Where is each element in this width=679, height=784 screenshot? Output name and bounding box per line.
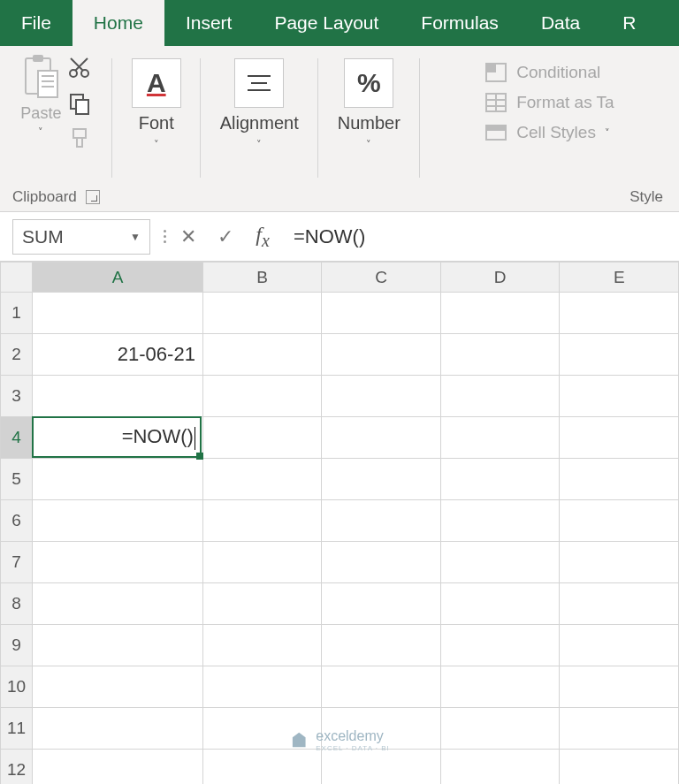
clipboard-dialog-launcher[interactable] — [86, 190, 100, 204]
cell-e2[interactable] — [560, 334, 679, 376]
row-header-6[interactable]: 6 — [1, 500, 33, 542]
row-header-2[interactable]: 2 — [1, 334, 33, 376]
cell-b12[interactable] — [202, 750, 322, 785]
column-header-a[interactable]: A — [33, 263, 203, 293]
cell-b6[interactable] — [202, 500, 322, 542]
cell-b8[interactable] — [202, 583, 322, 625]
row-header-1[interactable]: 1 — [1, 293, 33, 334]
cell-d5[interactable] — [440, 459, 560, 500]
cell-c8[interactable] — [322, 583, 441, 625]
cell-d4[interactable] — [440, 417, 560, 459]
cell-e10[interactable] — [560, 666, 679, 708]
cell-d11[interactable] — [440, 708, 560, 750]
cell-c7[interactable] — [322, 542, 441, 583]
column-header-b[interactable]: B — [202, 263, 322, 293]
cell-a7[interactable] — [33, 542, 203, 583]
row-header-10[interactable]: 10 — [1, 666, 33, 708]
row-header-7[interactable]: 7 — [1, 542, 33, 583]
cut-button[interactable] — [68, 57, 91, 83]
cell-c12[interactable] — [322, 750, 441, 785]
column-header-c[interactable]: C — [322, 263, 441, 293]
cell-a5[interactable] — [33, 459, 203, 500]
tab-home[interactable]: Home — [72, 0, 164, 46]
row-header-8[interactable]: 8 — [1, 583, 33, 625]
cell-d6[interactable] — [440, 500, 560, 542]
cell-e9[interactable] — [560, 625, 679, 666]
cell-c10[interactable] — [322, 666, 441, 708]
tab-page-layout[interactable]: Page Layout — [253, 0, 400, 46]
cell-b1[interactable] — [202, 293, 322, 334]
cell-e11[interactable] — [560, 708, 679, 750]
cell-b9[interactable] — [202, 625, 322, 666]
format-as-table-button[interactable]: Format as Ta — [484, 92, 614, 113]
cell-e12[interactable] — [560, 750, 679, 785]
cell-d8[interactable] — [440, 583, 560, 625]
cell-d1[interactable] — [440, 293, 560, 334]
cell-a4[interactable]: =NOW() — [33, 417, 203, 459]
insert-function-button[interactable]: fx — [244, 219, 281, 255]
paste-button[interactable]: Paste ˅ — [20, 53, 61, 138]
cell-d12[interactable] — [440, 750, 560, 785]
cell-b10[interactable] — [202, 666, 322, 708]
cell-d7[interactable] — [440, 542, 560, 583]
select-all-corner[interactable] — [1, 263, 33, 293]
cell-a11[interactable] — [33, 708, 203, 750]
cell-c5[interactable] — [322, 459, 441, 500]
cell-e5[interactable] — [560, 459, 679, 500]
tab-review[interactable]: R — [601, 0, 657, 46]
cell-b2[interactable] — [202, 334, 322, 376]
cell-a12[interactable] — [33, 750, 203, 785]
tab-data[interactable]: Data — [520, 0, 601, 46]
cell-d2[interactable] — [440, 334, 560, 376]
cell-d3[interactable] — [440, 376, 560, 417]
column-header-e[interactable]: E — [560, 263, 679, 293]
row-header-5[interactable]: 5 — [1, 459, 33, 500]
cell-e6[interactable] — [560, 500, 679, 542]
name-box-dropdown-icon[interactable]: ▼ — [130, 231, 141, 243]
cell-e4[interactable] — [560, 417, 679, 459]
cell-e1[interactable] — [560, 293, 679, 334]
tab-formulas[interactable]: Formulas — [400, 0, 520, 46]
tab-insert[interactable]: Insert — [164, 0, 254, 46]
cancel-formula-button[interactable]: ✕ — [170, 219, 207, 255]
cell-e7[interactable] — [560, 542, 679, 583]
copy-button[interactable] — [68, 92, 91, 118]
cell-a1[interactable] — [33, 293, 203, 334]
formula-bar-input[interactable]: =NOW() — [281, 225, 679, 248]
row-header-3[interactable]: 3 — [1, 376, 33, 417]
cell-e3[interactable] — [560, 376, 679, 417]
cell-d10[interactable] — [440, 666, 560, 708]
cell-e8[interactable] — [560, 583, 679, 625]
cell-b7[interactable] — [202, 542, 322, 583]
format-painter-button[interactable] — [68, 127, 91, 154]
cell-a2[interactable]: 21-06-21 — [33, 334, 203, 376]
font-button[interactable]: A Font ˅ — [125, 53, 188, 156]
cell-a8[interactable] — [33, 583, 203, 625]
row-header-9[interactable]: 9 — [1, 625, 33, 666]
cell-b3[interactable] — [202, 376, 322, 417]
conditional-formatting-button[interactable]: Conditional — [484, 62, 614, 83]
cell-styles-button[interactable]: Cell Styles ˅ — [484, 122, 614, 143]
alignment-button[interactable]: Alignment ˅ — [213, 53, 306, 156]
cell-c1[interactable] — [322, 293, 441, 334]
enter-formula-button[interactable]: ✓ — [207, 219, 244, 255]
number-button[interactable]: % Number ˅ — [331, 53, 408, 156]
tab-file[interactable]: File — [0, 0, 72, 46]
cell-b4[interactable] — [202, 417, 322, 459]
column-header-d[interactable]: D — [440, 263, 560, 293]
cell-c6[interactable] — [322, 500, 441, 542]
name-box[interactable]: SUM ▼ — [12, 219, 150, 255]
row-header-12[interactable]: 12 — [1, 750, 33, 785]
row-header-4[interactable]: 4 — [1, 417, 33, 459]
cell-c2[interactable] — [322, 334, 441, 376]
row-header-11[interactable]: 11 — [1, 708, 33, 750]
cell-c9[interactable] — [322, 625, 441, 666]
cell-b5[interactable] — [202, 459, 322, 500]
cell-c3[interactable] — [322, 376, 441, 417]
cell-d9[interactable] — [440, 625, 560, 666]
cell-a9[interactable] — [33, 625, 203, 666]
cell-a10[interactable] — [33, 666, 203, 708]
cell-c4[interactable] — [322, 417, 441, 459]
cell-a3[interactable] — [33, 376, 203, 417]
cell-a6[interactable] — [33, 500, 203, 542]
